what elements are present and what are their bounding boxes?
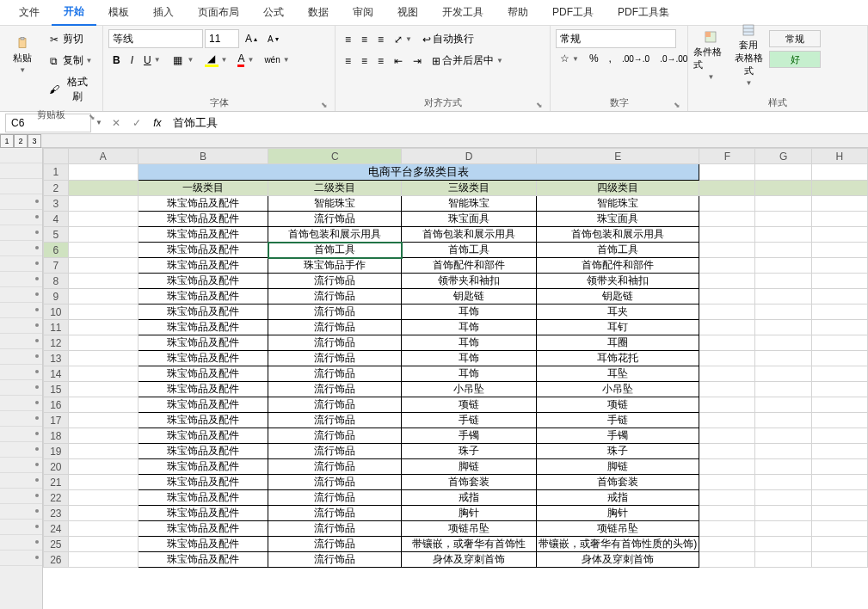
outline-dot[interactable] xyxy=(35,277,39,280)
data-cell[interactable]: 胸针 xyxy=(402,506,537,521)
outline-dot[interactable] xyxy=(35,401,39,404)
data-cell[interactable]: 流行饰品 xyxy=(268,521,402,537)
menu-tab-file[interactable]: 文件 xyxy=(7,0,52,25)
data-cell[interactable]: 流行饰品 xyxy=(268,459,402,475)
data-cell[interactable]: 首饰配件和部件 xyxy=(537,258,699,274)
font-name-select[interactable] xyxy=(108,29,203,48)
outline-dot[interactable] xyxy=(35,246,39,249)
row-header[interactable]: 7 xyxy=(44,258,69,274)
data-cell[interactable]: 珠宝饰品及配件 xyxy=(138,490,268,506)
copy-button[interactable]: ⧉复制▼ xyxy=(43,51,97,71)
data-cell[interactable]: 首饰套装 xyxy=(402,475,537,490)
data-cell[interactable]: 智能珠宝 xyxy=(268,196,402,212)
dedent-button[interactable]: ⇤ xyxy=(390,52,407,70)
currency-button[interactable]: ☆▼ xyxy=(556,50,583,67)
menu-tab-dev[interactable]: 开发工具 xyxy=(430,0,496,25)
outline-dot[interactable] xyxy=(35,556,39,559)
data-cell[interactable]: 手镯 xyxy=(537,428,699,444)
row-header[interactable]: 26 xyxy=(44,552,69,568)
outline-dot[interactable] xyxy=(35,339,39,342)
outline-dot[interactable] xyxy=(35,292,39,296)
data-cell[interactable]: 珠宝饰品及配件 xyxy=(138,475,268,490)
row-header[interactable]: 22 xyxy=(44,490,69,506)
data-cell[interactable]: 流行饰品 xyxy=(268,366,402,382)
data-cell[interactable]: 首饰包装和展示用具 xyxy=(537,227,699,243)
data-cell[interactable]: 珠宝饰品及配件 xyxy=(138,397,268,413)
outline-level-1[interactable]: 1 xyxy=(0,134,14,148)
data-cell[interactable]: 流行饰品 xyxy=(268,413,402,428)
underline-button[interactable]: U▼ xyxy=(139,52,165,69)
row-header[interactable]: 3 xyxy=(44,196,69,212)
data-cell[interactable]: 珠宝饰品及配件 xyxy=(138,428,268,444)
row-header[interactable]: 18 xyxy=(44,428,69,444)
data-cell[interactable]: 脚链 xyxy=(402,459,537,475)
data-cell[interactable]: 手镯 xyxy=(402,428,537,444)
data-cell[interactable]: 珠宝饰品及配件 xyxy=(138,335,268,351)
row-header[interactable]: 8 xyxy=(44,274,69,289)
data-cell[interactable]: 领带夹和袖扣 xyxy=(402,274,537,289)
paste-button[interactable]: 粘贴 ▼ xyxy=(5,29,40,81)
data-cell[interactable]: 珠宝饰品及配件 xyxy=(138,506,268,521)
data-cell[interactable]: 珠宝饰品及配件 xyxy=(138,413,268,428)
row-header[interactable]: 12 xyxy=(44,335,69,351)
indent-button[interactable]: ⇥ xyxy=(409,52,426,70)
data-cell[interactable]: 身体及穿刺首饰 xyxy=(537,552,699,568)
outline-dot[interactable] xyxy=(35,323,39,327)
outline-dot[interactable] xyxy=(35,447,39,451)
data-cell[interactable]: 流行饰品 xyxy=(268,475,402,490)
data-cell[interactable]: 珠宝饰品及配件 xyxy=(138,196,268,212)
data-cell[interactable]: 项链 xyxy=(537,397,699,413)
data-cell[interactable]: 流行饰品 xyxy=(268,444,402,459)
data-cell[interactable]: 珠宝饰品及配件 xyxy=(138,366,268,382)
data-cell[interactable]: 珠宝饰品及配件 xyxy=(138,351,268,366)
fx-button[interactable]: fx xyxy=(147,114,168,132)
data-cell[interactable]: 珠宝饰品及配件 xyxy=(138,304,268,320)
outline-dot[interactable] xyxy=(35,540,39,544)
row-header[interactable]: 25 xyxy=(44,537,69,552)
data-cell[interactable]: 珠子 xyxy=(537,444,699,459)
outline-dot[interactable] xyxy=(35,478,39,482)
data-cell[interactable]: 项链吊坠 xyxy=(402,521,537,537)
merge-center-button[interactable]: ⊞合并后居中▼ xyxy=(428,51,508,71)
outline-dot[interactable] xyxy=(35,215,39,218)
row-header[interactable]: 14 xyxy=(44,366,69,382)
outline-level-3[interactable]: 3 xyxy=(28,134,41,148)
data-cell[interactable]: 耳饰 xyxy=(402,351,537,366)
font-color-button[interactable]: A▼ xyxy=(233,50,258,70)
data-cell[interactable]: 戒指 xyxy=(537,490,699,506)
outline-level-2[interactable]: 2 xyxy=(14,134,28,148)
row-header[interactable]: 24 xyxy=(44,521,69,537)
align-bottom-button[interactable]: ≡ xyxy=(373,31,388,48)
cell-style-normal[interactable]: 常规 xyxy=(769,30,821,47)
conditional-format-button[interactable]: 条件格式▼ xyxy=(693,29,728,81)
data-cell[interactable]: 珠宝饰品及配件 xyxy=(138,289,268,304)
orientation-button[interactable]: ⤢▼ xyxy=(390,31,416,48)
category-header[interactable]: 一级类目 xyxy=(138,181,268,196)
align-top-button[interactable]: ≡ xyxy=(341,31,355,48)
align-right-button[interactable]: ≡ xyxy=(373,52,388,70)
data-cell[interactable]: 首饰包装和展示用具 xyxy=(402,227,537,243)
row-header[interactable]: 23 xyxy=(44,506,69,521)
data-cell[interactable]: 流行饰品 xyxy=(268,304,402,320)
data-cell[interactable]: 首饰套装 xyxy=(537,475,699,490)
table-format-button[interactable]: 套用 表格格式▼ xyxy=(731,29,766,81)
row-header[interactable]: 13 xyxy=(44,351,69,366)
data-cell[interactable]: 首饰工具 xyxy=(402,243,537,258)
outline-dot[interactable] xyxy=(35,385,39,389)
data-cell[interactable]: 珠宝饰品及配件 xyxy=(138,537,268,552)
data-cell[interactable]: 耳饰 xyxy=(402,304,537,320)
menu-tab-pdf[interactable]: PDF工具 xyxy=(540,0,606,25)
confirm-button[interactable]: ✓ xyxy=(126,114,147,132)
row-header[interactable]: 19 xyxy=(44,444,69,459)
category-header[interactable]: 四级类目 xyxy=(537,181,699,196)
data-cell[interactable]: 项链 xyxy=(402,397,537,413)
data-cell[interactable]: 领带夹和袖扣 xyxy=(537,274,699,289)
data-cell[interactable]: 珠宝饰品及配件 xyxy=(138,212,268,227)
data-cell[interactable]: 流行饰品 xyxy=(268,382,402,397)
row-header[interactable]: 6 xyxy=(44,243,69,258)
col-header-D[interactable]: D xyxy=(402,149,537,164)
row-header[interactable]: 4 xyxy=(44,212,69,227)
phonetic-button[interactable]: wén▼ xyxy=(260,52,293,67)
menu-tab-home[interactable]: 开始 xyxy=(52,0,96,26)
font-size-select[interactable] xyxy=(205,29,239,48)
